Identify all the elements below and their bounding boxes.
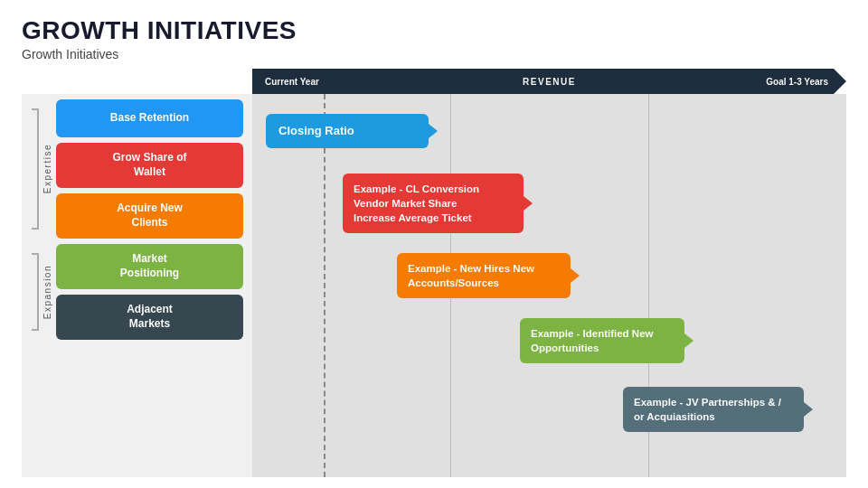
base-retention-btn[interactable]: Base Retention xyxy=(56,99,243,137)
grow-share-btn[interactable]: Grow Share ofWallet xyxy=(56,143,243,188)
acquire-btn[interactable]: Acquire NewClients xyxy=(56,193,243,239)
left-panel: Expertise Base Retention Grow Share ofWa… xyxy=(22,94,252,477)
expertise-label: Expertise xyxy=(42,144,52,193)
closing-ratio-bubble[interactable]: Closing Ratio xyxy=(266,114,429,148)
grid-area: Closing Ratio Example - CL ConversionVen… xyxy=(252,94,846,477)
expertise-group: Expertise Base Retention Grow Share ofWa… xyxy=(27,99,243,239)
header-bar: Current Year REVENUE Goal 1-3 Years xyxy=(252,69,846,94)
header-label-center: REVENUE xyxy=(523,77,576,87)
header-label-left: Current Year xyxy=(265,77,319,87)
expansion-label: Expansion xyxy=(42,265,52,319)
page: GROWTH INITIATIVES Growth Initiatives Cu… xyxy=(0,0,868,488)
header-label-right: Goal 1-3 Years xyxy=(766,77,828,87)
new-hires-bubble[interactable]: Example - New Hires NewAccounts/Sources xyxy=(397,253,571,298)
jv-partnerships-bubble[interactable]: Example - JV Partnerships & /or Acquiasi… xyxy=(623,387,804,432)
market-pos-btn[interactable]: MarketPositioning xyxy=(56,244,243,289)
cl-conversion-bubble[interactable]: Example - CL ConversionVendor Market Sha… xyxy=(343,174,524,233)
adjacent-btn[interactable]: AdjacentMarkets xyxy=(56,295,243,340)
dashed-line xyxy=(324,94,326,477)
page-title: GROWTH INITIATIVES xyxy=(22,16,846,45)
identified-bubble[interactable]: Example - Identified NewOpportunities xyxy=(520,318,684,363)
page-subtitle: Growth Initiatives xyxy=(22,47,846,61)
expansion-group: Expansion MarketPositioning AdjacentMark… xyxy=(27,244,243,340)
